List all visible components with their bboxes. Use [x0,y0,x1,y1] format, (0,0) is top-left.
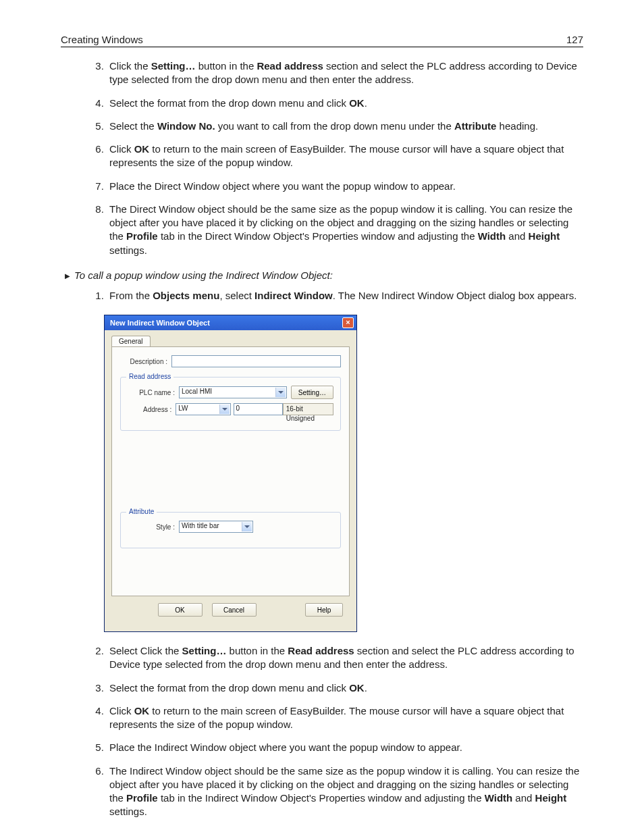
description-input[interactable] [171,355,341,367]
tab-general[interactable]: General [111,336,151,347]
step-list-b-first: From the Objects menu, select Indirect W… [61,289,583,303]
step-item: Place the Indirect Window object where y… [107,741,583,754]
step-list-a: Click the Setting… button in the Read ad… [61,59,583,257]
step-item: Select Click the Setting… button in the … [107,644,583,672]
cancel-button[interactable]: Cancel [212,603,257,617]
read-address-group: Read address PLC name : Local HMI Settin… [120,377,341,431]
footer-docid: 1010-1007, Rev. 10 [61,831,583,835]
ok-button[interactable]: OK [158,603,203,617]
step-item: The Indirect Window object should be the… [107,764,583,819]
description-label: Description : [120,358,167,365]
format-readout: 16-bit Unsigned [283,403,333,415]
plc-name-label: PLC name : [128,389,175,396]
running-header: Creating Windows 127 [61,34,583,47]
indirect-window-dialog: New Indirect Window Object × General Des… [104,315,357,632]
step-list-b-rest: Select Click the Setting… button in the … [61,644,583,819]
read-address-group-title: Read address [126,373,173,380]
setting-button[interactable]: Setting… [291,386,333,399]
step-item: Select the Window No. you want to call f… [107,120,583,133]
step-item: Place the Direct Window object where you… [107,180,583,193]
dialog-title: New Indirect Window Object [110,319,210,327]
step-item: From the Objects menu, select Indirect W… [107,289,583,303]
step-item: Click OK to return to the main screen of… [107,704,583,732]
step-item: Click the Setting… button in the Read ad… [107,59,583,87]
address-type-select[interactable]: LW [176,403,231,415]
help-button[interactable]: Help [305,603,343,617]
dialog-titlebar[interactable]: New Indirect Window Object × [105,315,356,330]
page-number: 127 [566,34,583,45]
attribute-group-title: Attribute [126,508,157,515]
address-label: Address : [128,406,171,413]
procedure-heading: To call a popup window using the Indirec… [65,269,583,281]
plc-name-select[interactable]: Local HMI [179,386,287,398]
step-item: Select the format from the drop down men… [107,681,583,695]
step-item: Select the format from the drop down men… [107,97,583,110]
style-select[interactable]: With title bar [179,521,253,533]
style-label: Style : [128,523,175,531]
attribute-group: Attribute Style : With title bar [120,512,341,548]
close-icon[interactable]: × [342,317,354,328]
address-value-input[interactable]: 0 [234,403,283,415]
section-title: Creating Windows [61,34,143,45]
step-item: Click OK to return to the main screen of… [107,142,583,170]
step-item: The Direct Window object should be the s… [107,203,583,257]
